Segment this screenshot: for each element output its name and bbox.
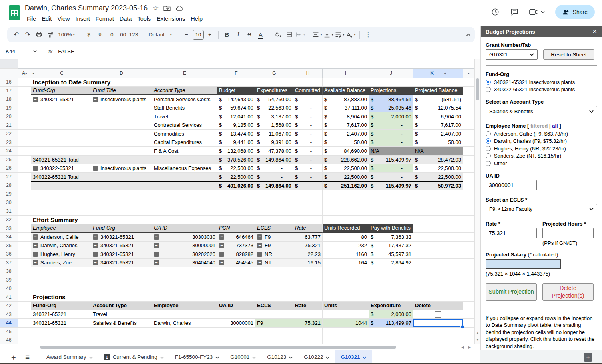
cell[interactable] [31, 121, 91, 130]
cell[interactable]: $47,378.00 [255, 147, 293, 156]
employee-option[interactable]: Sanders, Zoe (NT, $16.15/hr) [486, 152, 597, 160]
cell[interactable]: $25,035.46 [369, 104, 413, 113]
text-color-icon[interactable]: A [255, 30, 266, 40]
cell[interactable] [18, 310, 31, 319]
cell[interactable] [323, 267, 369, 276]
cell[interactable] [255, 216, 293, 224]
share-button[interactable]: Share [555, 5, 595, 19]
cell[interactable] [217, 216, 255, 224]
cell[interactable]: $22,500.00 [217, 173, 255, 182]
cell[interactable]: $401,026.00 [217, 181, 255, 190]
employee-option[interactable]: Other [486, 160, 597, 167]
cell[interactable] [293, 198, 323, 207]
cell[interactable]: $88,464.51 [369, 95, 413, 104]
cell[interactable] [91, 138, 152, 147]
menu-help[interactable]: Help [188, 14, 205, 23]
cell[interactable] [255, 310, 293, 319]
cell[interactable] [323, 198, 369, 207]
collapse-group-icon[interactable]: − [257, 252, 262, 257]
collapse-group-icon[interactable]: − [93, 243, 98, 248]
cell[interactable]: $2,407.00 [413, 130, 463, 138]
col-header-J[interactable]: J [369, 69, 413, 78]
cell[interactable]: $13,474.00 [217, 130, 255, 138]
cell[interactable]: F9 [255, 319, 293, 328]
cell[interactable] [31, 130, 91, 138]
cell[interactable]: Capital Expenditures [152, 138, 217, 147]
cell[interactable] [413, 207, 463, 216]
row-header-19[interactable]: 19 [0, 104, 18, 113]
collapse-group-icon[interactable]: − [257, 260, 262, 265]
cell[interactable] [369, 336, 413, 345]
cell[interactable] [18, 181, 31, 190]
scroll-right-icon[interactable]: ▶ [468, 346, 471, 349]
collapse-group-icon[interactable]: − [257, 243, 262, 248]
cell[interactable]: $59,674.00 [217, 104, 255, 113]
cell[interactable]: −NR [255, 250, 293, 259]
document-title[interactable]: Darwin, Charles Summary 2023-05-16 [25, 4, 148, 12]
collapse-group-icon[interactable]: − [219, 243, 224, 248]
cell[interactable]: −340321-65321 [31, 95, 91, 104]
employee-option[interactable]: Hughes, Henry (NR, $22.23/hr) [486, 145, 597, 152]
cell[interactable]: 164 [323, 259, 369, 268]
cell[interactable] [18, 95, 31, 104]
cell[interactable]: Miscellaneous Expenses [152, 164, 217, 173]
row-header-44[interactable]: 44 [0, 319, 18, 328]
col-header-G[interactable]: G [255, 69, 293, 78]
cell[interactable]: $7,617.00 [323, 121, 369, 130]
cell[interactable] [18, 112, 31, 121]
sheet-tab[interactable]: G10321 [335, 350, 372, 364]
cell[interactable] [18, 198, 31, 207]
cell[interactable]: $22,500.00 [323, 173, 369, 182]
menu-insert[interactable]: Insert [73, 14, 93, 23]
cell[interactable]: $17,437.32 [369, 242, 413, 250]
cell[interactable] [31, 181, 91, 190]
cell[interactable] [217, 267, 255, 276]
employee-option[interactable]: Darwin, Charles (F9, $75.32/hr) [486, 138, 597, 145]
cell[interactable]: $- [293, 181, 323, 190]
cell[interactable] [413, 250, 463, 259]
cell[interactable] [91, 284, 152, 293]
cell[interactable] [31, 207, 91, 216]
cell[interactable]: 1160 [323, 250, 369, 259]
row-header-28[interactable]: 28 [0, 181, 18, 190]
cell[interactable]: Staff Benefits [152, 104, 217, 113]
cell[interactable]: −Hughes, Henry [31, 250, 91, 259]
cell[interactable]: $9,391.00 [255, 138, 293, 147]
fund-org-option[interactable]: 340321-65321 Insectivorous plants [486, 78, 597, 86]
cell[interactable] [31, 198, 91, 207]
cell[interactable]: 340321-65321 [31, 319, 91, 328]
row-header-23[interactable]: 23 [0, 138, 18, 147]
cell[interactable]: $(581.51) [413, 95, 463, 104]
cell[interactable] [255, 78, 293, 87]
row-header-22[interactable]: 22 [0, 130, 18, 138]
cell[interactable]: −828282 [217, 250, 255, 259]
cell[interactable] [18, 147, 31, 156]
cell[interactable]: −340321-65321 [91, 233, 152, 242]
cell[interactable] [152, 216, 217, 224]
collapse-group-icon[interactable]: − [219, 252, 224, 257]
cell[interactable]: $28,472.03 [413, 156, 463, 164]
cell[interactable]: $3,137.00 [255, 112, 293, 121]
select-all-corner[interactable] [0, 59, 18, 69]
row-header-33[interactable]: 33 [0, 224, 18, 233]
collapse-group-icon[interactable]: − [93, 97, 98, 102]
cell[interactable] [18, 233, 31, 242]
close-panel-icon[interactable]: ✕ [592, 28, 597, 35]
decrease-font-size-icon[interactable]: − [181, 30, 192, 40]
cell[interactable] [323, 190, 369, 199]
cell[interactable] [152, 78, 217, 87]
cell[interactable]: $22,563.00 [255, 104, 293, 113]
undo-icon[interactable]: ↶ [11, 30, 22, 40]
cell[interactable] [369, 267, 413, 276]
row-header-45[interactable]: 45 [0, 328, 18, 336]
cell[interactable] [369, 198, 413, 207]
selected-cell[interactable] [413, 319, 463, 328]
horizontal-align-icon[interactable]: ▾ [312, 30, 323, 40]
cell[interactable]: $50,972.03 [413, 181, 463, 190]
cell[interactable]: 75.321 [293, 242, 323, 250]
cell[interactable] [91, 276, 152, 285]
col-header-C[interactable]: ▸C [31, 69, 91, 78]
cell[interactable] [293, 216, 323, 224]
collapse-group-icon[interactable]: − [93, 260, 98, 265]
cell[interactable] [369, 207, 413, 216]
